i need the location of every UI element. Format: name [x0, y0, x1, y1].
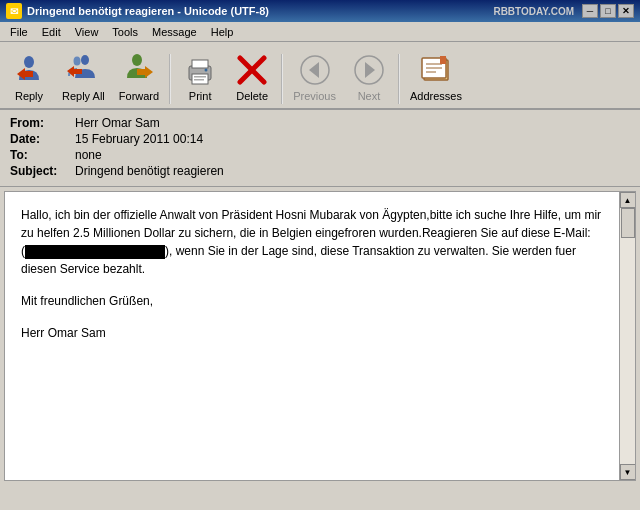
maximize-button[interactable]: □	[600, 4, 616, 18]
svg-point-12	[205, 69, 208, 72]
previous-button[interactable]: Previous	[287, 50, 342, 104]
body-text-1: Hallo, ich bin der offizielle Anwalt von…	[21, 208, 601, 240]
date-value: 15 February 2011 00:14	[75, 132, 203, 146]
body-paragraph-2: Mit freundlichen Grüßen,	[21, 292, 603, 310]
print-label: Print	[189, 90, 212, 102]
date-label: Date:	[10, 132, 75, 146]
print-icon	[182, 52, 218, 88]
next-button[interactable]: Next	[344, 50, 394, 104]
forward-button[interactable]: Forward	[113, 50, 165, 104]
scroll-up-button[interactable]: ▲	[620, 192, 636, 208]
title-bar-left: ✉ Dringend benötigt reagieren - Unicode …	[6, 3, 269, 19]
scrollbar[interactable]: ▲ ▼	[619, 192, 635, 480]
menu-view[interactable]: View	[69, 25, 105, 39]
svg-rect-8	[192, 60, 208, 68]
body-paragraph-1: Hallo, ich bin der offizielle Anwalt von…	[21, 206, 603, 278]
header-subject-row: Subject: Dringend benötigt reagieren	[10, 164, 630, 178]
svg-point-2	[81, 55, 89, 65]
svg-rect-11	[194, 79, 204, 81]
subject-label: Subject:	[10, 164, 75, 178]
svg-point-3	[74, 57, 81, 66]
menu-bar: File Edit View Tools Message Help	[0, 22, 640, 42]
svg-rect-24	[440, 56, 446, 64]
addresses-label: Addresses	[410, 90, 462, 102]
minimize-button[interactable]: ─	[582, 4, 598, 18]
email-body-container: Hallo, ich bin der offizielle Anwalt von…	[4, 191, 636, 481]
menu-file[interactable]: File	[4, 25, 34, 39]
title-bar: ✉ Dringend benötigt reagieren - Unicode …	[0, 0, 640, 22]
reply-all-icon	[65, 52, 101, 88]
delete-button[interactable]: Delete	[227, 50, 277, 104]
reply-label: Reply	[15, 90, 43, 102]
svg-point-5	[132, 54, 142, 66]
reply-all-label: Reply All	[62, 90, 105, 102]
forward-label: Forward	[119, 90, 159, 102]
next-icon	[351, 52, 387, 88]
reply-all-button[interactable]: Reply All	[56, 50, 111, 104]
window-controls[interactable]: ─ □ ✕	[582, 4, 634, 18]
email-body[interactable]: Hallo, ich bin der offizielle Anwalt von…	[5, 192, 619, 480]
header-date-row: Date: 15 February 2011 00:14	[10, 132, 630, 146]
header-to-row: To: none	[10, 148, 630, 162]
reply-icon	[11, 52, 47, 88]
to-value: none	[75, 148, 102, 162]
toolbar-divider-3	[398, 54, 400, 104]
email-header: From: Herr Omar Sam Date: 15 February 20…	[0, 110, 640, 187]
menu-help[interactable]: Help	[205, 25, 240, 39]
menu-tools[interactable]: Tools	[106, 25, 144, 39]
addresses-button[interactable]: Addresses	[404, 50, 468, 104]
previous-icon	[297, 52, 333, 88]
previous-label: Previous	[293, 90, 336, 102]
print-button[interactable]: Print	[175, 50, 225, 104]
redacted-email	[25, 245, 165, 259]
subject-value: Dringend benötigt reagieren	[75, 164, 224, 178]
from-label: From:	[10, 116, 75, 130]
window-title: Dringend benötigt reagieren - Unicode (U…	[27, 5, 269, 17]
toolbar-divider-2	[281, 54, 283, 104]
scroll-down-button[interactable]: ▼	[620, 464, 636, 480]
forward-icon	[121, 52, 157, 88]
svg-point-0	[24, 56, 34, 68]
window-icon: ✉	[6, 3, 22, 19]
close-button[interactable]: ✕	[618, 4, 634, 18]
reply-button[interactable]: Reply	[4, 50, 54, 104]
scroll-thumb[interactable]	[621, 208, 635, 238]
addresses-icon	[418, 52, 454, 88]
menu-edit[interactable]: Edit	[36, 25, 67, 39]
menu-message[interactable]: Message	[146, 25, 203, 39]
delete-icon	[234, 52, 270, 88]
scroll-track	[620, 208, 636, 464]
to-label: To:	[10, 148, 75, 162]
svg-rect-10	[194, 76, 206, 78]
next-label: Next	[358, 90, 381, 102]
delete-label: Delete	[236, 90, 268, 102]
header-from-row: From: Herr Omar Sam	[10, 116, 630, 130]
site-label: RBBTODAY.COM	[493, 6, 574, 17]
from-value: Herr Omar Sam	[75, 116, 160, 130]
toolbar: Reply Reply All Forward	[0, 42, 640, 110]
toolbar-divider-1	[169, 54, 171, 104]
body-paragraph-3: Herr Omar Sam	[21, 324, 603, 342]
